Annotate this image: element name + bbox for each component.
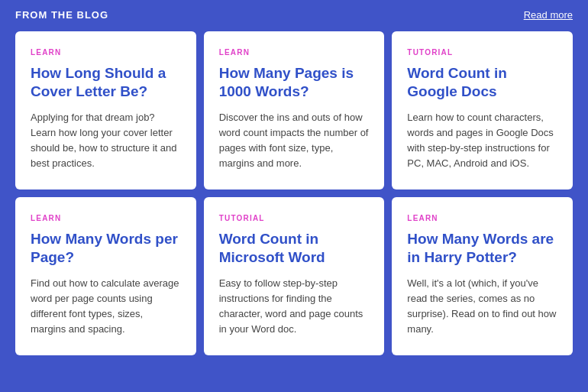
card-title: How Many Words are in Harry Potter? — [407, 230, 557, 267]
blog-section: FROM THE BLOG Read more LEARNHow Long Sh… — [0, 0, 588, 371]
card-category: TUTORIAL — [219, 214, 370, 222]
card-description: Applying for that dream job? Learn how l… — [31, 110, 181, 172]
blog-section-title: FROM THE BLOG — [15, 9, 108, 21]
card-category: LEARN — [31, 48, 181, 57]
card-title: Word Count in Google Docs — [407, 64, 557, 101]
card-category: TUTORIAL — [407, 48, 557, 57]
card-title: Word Count in Microsoft Word — [219, 230, 370, 267]
card-category: LEARN — [219, 48, 370, 57]
card-description: Learn how to count characters, words and… — [407, 110, 557, 172]
blog-card[interactable]: LEARNHow Many Words are in Harry Potter?… — [392, 197, 573, 355]
card-description: Well, it's a lot (which, if you've read … — [407, 276, 557, 338]
card-title: How Many Pages is 1000 Words? — [219, 64, 370, 101]
card-category: LEARN — [407, 214, 557, 222]
card-category: LEARN — [31, 214, 181, 222]
blog-card[interactable]: LEARNHow Long Should a Cover Letter Be?A… — [15, 31, 196, 190]
card-description: Easy to follow step-by-step instructions… — [219, 276, 370, 338]
card-title: How Many Words per Page? — [31, 230, 181, 267]
blog-card[interactable]: TUTORIALWord Count in Microsoft WordEasy… — [204, 197, 385, 355]
card-title: How Long Should a Cover Letter Be? — [31, 64, 181, 101]
blog-card[interactable]: TUTORIALWord Count in Google DocsLearn h… — [392, 31, 573, 190]
blog-card[interactable]: LEARNHow Many Pages is 1000 Words?Discov… — [204, 31, 385, 190]
blog-header: FROM THE BLOG Read more — [15, 9, 573, 21]
card-description: Discover the ins and outs of how word co… — [219, 110, 370, 172]
read-more-link[interactable]: Read more — [524, 9, 573, 21]
blog-card[interactable]: LEARNHow Many Words per Page?Find out ho… — [15, 197, 196, 355]
cards-grid: LEARNHow Long Should a Cover Letter Be?A… — [15, 31, 573, 355]
card-description: Find out how to calculate average word p… — [31, 276, 181, 338]
